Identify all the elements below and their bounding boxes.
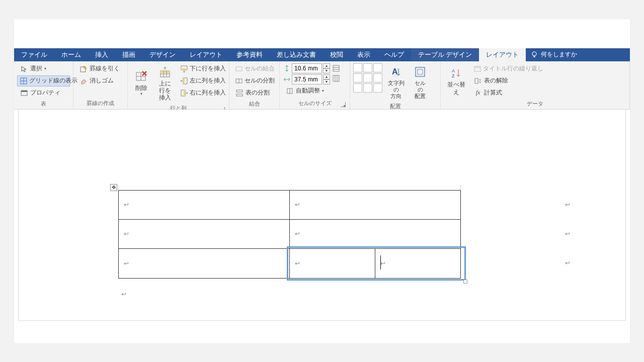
group-label-cell-size: セルのサイズ [283, 98, 347, 109]
dialog-launcher-icon[interactable] [341, 102, 346, 107]
table-cell[interactable]: ↩ [119, 248, 290, 278]
insert-below-button[interactable]: 下に行を挿入 [178, 63, 226, 74]
chevron-down-icon: ▾ [44, 66, 46, 71]
select-button[interactable]: 選択 ▾ [17, 63, 70, 74]
align-ml-icon[interactable] [353, 73, 362, 82]
tell-me-label: 何をしますか [541, 50, 577, 59]
table-row[interactable]: ↩ ↩ ↩ [119, 248, 461, 278]
split-table-button[interactable]: 表の分割 [232, 87, 276, 99]
insert-left-button[interactable]: 左に列を挿入 [178, 75, 226, 86]
tab-home[interactable]: ホーム [54, 48, 88, 61]
align-mc-icon[interactable] [363, 73, 372, 82]
split-table-icon [235, 89, 244, 97]
delete-button[interactable]: 削除 ▾ [131, 63, 152, 103]
insert-row-above-icon [159, 65, 171, 79]
row-height-icon [283, 64, 291, 72]
svg-rect-21 [184, 90, 185, 96]
svg-point-0 [532, 52, 536, 56]
insert-right-button[interactable]: 右に列を挿入 [178, 87, 226, 99]
ribbon-tabs: ファイル ホーム 挿入 描画 デザイン レイアウト 参考資料 差し込み文書 校閲… [14, 48, 630, 61]
properties-button[interactable]: プロパティ [17, 87, 70, 99]
paragraph-mark: ↩ [121, 291, 126, 298]
tab-draw[interactable]: 描画 [115, 48, 142, 61]
split-cells-button[interactable]: セルの分割 [232, 75, 276, 86]
table-resize-handle[interactable] [463, 280, 467, 284]
row-end-mark: ↩ [565, 201, 570, 208]
table-cell[interactable]: ↩ [119, 219, 290, 248]
align-mr-icon[interactable] [373, 73, 382, 82]
merge-cells-icon [235, 65, 243, 73]
align-tl-icon[interactable] [353, 63, 362, 72]
align-bl-icon[interactable] [353, 83, 362, 93]
tab-review[interactable]: 校閲 [323, 48, 350, 61]
svg-rect-6 [21, 90, 27, 92]
spin-up-icon[interactable]: ▲ [323, 63, 330, 68]
table-cell[interactable]: ↩ [375, 249, 461, 278]
group-label-data: データ [444, 99, 626, 110]
spin-up-icon[interactable]: ▲ [323, 74, 330, 79]
convert-to-text-button[interactable]: 表の解除 [471, 75, 531, 86]
align-tc-icon[interactable] [363, 63, 372, 72]
grid-icon [20, 77, 27, 85]
align-tr-icon[interactable] [373, 63, 382, 72]
chevron-down-icon: ▾ [140, 92, 142, 97]
table-cell[interactable]: ↩ [290, 219, 461, 248]
distribute-rows-icon[interactable] [332, 64, 340, 72]
distribute-cols-icon[interactable] [332, 74, 340, 82]
align-bc-icon[interactable] [363, 83, 372, 93]
chevron-down-icon: ▾ [322, 88, 324, 93]
pencil-grid-icon [79, 65, 88, 73]
table-cell[interactable]: ↩ [290, 249, 375, 278]
formula-icon: fx [474, 89, 482, 97]
tab-table-layout[interactable]: レイアウト [479, 48, 526, 61]
cell-margins-button[interactable]: セルの 配置 [410, 63, 431, 102]
text-direction-button[interactable]: A 文字列の 方向 [384, 63, 408, 102]
formula-button[interactable]: fx 計算式 [471, 87, 531, 99]
eraser-button[interactable]: 消しゴム [76, 75, 124, 86]
document-area[interactable]: ✥ ↩ ↩ ↩ ↩ ↩ ↩ [18, 110, 626, 321]
sort-icon: AZ [451, 66, 462, 80]
svg-rect-41 [474, 66, 480, 68]
spin-down-icon[interactable]: ▼ [323, 79, 330, 84]
table-row[interactable]: ↩ ↩ [119, 219, 461, 248]
tab-layout[interactable]: レイアウト [183, 48, 229, 61]
split-cells-icon [235, 77, 243, 85]
tab-design[interactable]: デザイン [142, 48, 183, 61]
svg-text:Z: Z [452, 73, 455, 78]
svg-text:A: A [392, 67, 398, 76]
tab-mailings[interactable]: 差し込み文書 [270, 48, 323, 61]
insert-col-left-icon [181, 77, 188, 85]
svg-rect-37 [418, 69, 423, 74]
alignment-grid[interactable] [353, 63, 382, 102]
insert-row-below-icon [181, 65, 188, 73]
insert-above-button[interactable]: 上に行を 挿入 [154, 63, 176, 103]
text-direction-icon: A [390, 65, 401, 79]
svg-rect-1 [534, 56, 535, 57]
document-table[interactable]: ✥ ↩ ↩ ↩ ↩ ↩ ↩ [118, 190, 461, 279]
view-gridlines-button[interactable]: グリッド線の表示 [17, 75, 70, 86]
tab-table-design[interactable]: テーブル デザイン [411, 48, 479, 61]
table-row[interactable]: ↩ ↩ [119, 190, 461, 219]
tab-help[interactable]: ヘルプ [377, 48, 411, 61]
cell-margins-icon [415, 65, 426, 79]
spin-down-icon[interactable]: ▼ [323, 68, 330, 73]
row-height-input[interactable]: ▲▼ [283, 63, 330, 73]
autofit-button[interactable]: 自動調整 ▾ [283, 85, 330, 97]
tab-insert[interactable]: 挿入 [88, 48, 115, 61]
svg-text:A: A [452, 68, 455, 73]
tell-me-search[interactable]: 何をしますか [526, 48, 582, 61]
tab-view[interactable]: 表示 [350, 48, 377, 61]
tab-file[interactable]: ファイル [14, 48, 54, 61]
align-br-icon[interactable] [373, 83, 382, 93]
table-cell[interactable]: ↩ [290, 190, 461, 219]
eraser-icon [79, 77, 88, 85]
table-cell[interactable]: ↩ [119, 190, 290, 219]
svg-rect-32 [333, 75, 339, 81]
table-cell[interactable]: ↩ ↩ [290, 248, 461, 278]
col-width-input[interactable]: ▲▼ [283, 74, 330, 84]
draw-table-button[interactable]: 罫線を引く [76, 63, 124, 74]
tab-references[interactable]: 参考資料 [229, 48, 270, 61]
sort-button[interactable]: AZ 並べ替え [444, 63, 469, 99]
table-move-handle[interactable]: ✥ [110, 184, 117, 191]
svg-rect-22 [236, 67, 242, 71]
